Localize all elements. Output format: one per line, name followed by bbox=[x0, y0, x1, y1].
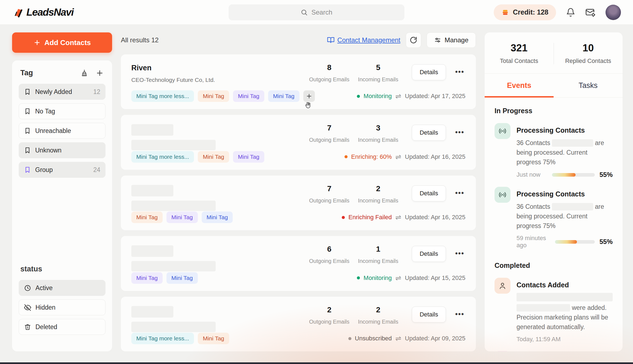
user-avatar[interactable] bbox=[606, 5, 621, 20]
bookmark-icon bbox=[24, 127, 31, 134]
inline-skeleton bbox=[552, 139, 593, 147]
mini-tag-pill[interactable]: Mini Tag bbox=[131, 212, 163, 223]
sidebar-item-tag-no-tag[interactable]: No Tag bbox=[19, 103, 106, 119]
status-list: ActiveHiddenDeleted bbox=[19, 280, 106, 335]
details-button[interactable]: Details bbox=[412, 307, 446, 323]
search-input[interactable]: Search bbox=[229, 4, 404, 20]
details-button[interactable]: Details bbox=[412, 125, 446, 141]
outgoing-count: 8 bbox=[305, 63, 354, 72]
mini-tag-pill[interactable]: Mini Tag bbox=[198, 90, 229, 102]
contact-card: 7Outgoing Emails3Incoming EmailsDetails•… bbox=[121, 115, 476, 170]
contact-card-list: RivenCEO-Technology Future Co, Ltd.8Outg… bbox=[121, 54, 476, 351]
logo-icon bbox=[12, 7, 24, 18]
event-body: 36 Contacts are being processed. Current… bbox=[517, 138, 613, 167]
progress-fill bbox=[555, 240, 577, 244]
sliders-icon bbox=[434, 37, 441, 44]
tag-list: Newly Added12No TagUnreachableUnknownGro… bbox=[19, 84, 106, 178]
incoming-label: Incoming Emails bbox=[354, 137, 402, 143]
contact-management-link[interactable]: Contact Management bbox=[327, 36, 400, 44]
status-item-label: Deleted bbox=[35, 323, 57, 331]
eye-off-icon bbox=[495, 351, 510, 351]
credit-badge[interactable]: Credit: 128 bbox=[494, 4, 556, 20]
mini-tag-pill[interactable]: Mini Tag bbox=[233, 90, 264, 102]
more-actions-button[interactable]: ••• bbox=[454, 63, 465, 76]
sync-arrows-icon: ⇌ bbox=[395, 153, 401, 160]
sidebar-item-status-active[interactable]: Active bbox=[19, 280, 106, 296]
app-logo: LeadsNavi bbox=[12, 7, 74, 18]
more-actions-button[interactable]: ••• bbox=[454, 123, 465, 137]
contact-identity: RivenCEO-Technology Future Co, Ltd. bbox=[131, 63, 305, 83]
sidebar-item-tag-group[interactable]: Group24 bbox=[19, 162, 106, 178]
progress-percent: 55% bbox=[599, 171, 613, 179]
left-sidebar: Add Contacts Tag Newly Added12 bbox=[12, 32, 112, 351]
outgoing-count: 6 bbox=[305, 245, 354, 254]
mini-tag-pill[interactable]: Mini Tag more less... bbox=[131, 90, 194, 102]
mini-tag-pill[interactable]: Mini Tag bbox=[198, 151, 229, 163]
event-time: 59 minutes ago bbox=[517, 235, 555, 249]
more-actions-button[interactable]: ••• bbox=[454, 305, 465, 318]
sidebar-item-status-hidden[interactable]: Hidden bbox=[19, 299, 106, 315]
contact-identity bbox=[131, 305, 305, 332]
mini-tag-pill[interactable]: Mini Tag bbox=[268, 90, 299, 102]
more-actions-button[interactable]: ••• bbox=[454, 184, 465, 197]
mini-tag-pill[interactable]: Mini Tag more less... bbox=[131, 333, 194, 344]
event-in-progress: Processing Contacts36 Contacts are being… bbox=[495, 123, 613, 179]
tag-section-title: Tag bbox=[20, 69, 33, 77]
card-status-row: Enriching: 60%⇌Updated: Apr 16, 2025 bbox=[345, 153, 465, 160]
subtitle-skeleton bbox=[131, 140, 216, 150]
clock-icon bbox=[24, 284, 31, 292]
top-bar: LeadsNavi Search Credit: 128 bbox=[0, 0, 633, 25]
bookmark-icon bbox=[24, 108, 31, 115]
tab-events[interactable]: Events bbox=[485, 74, 554, 97]
add-tag-icon[interactable] bbox=[96, 69, 104, 77]
manage-button[interactable]: Manage bbox=[427, 32, 476, 48]
mini-tag-pill[interactable]: Mini Tag bbox=[131, 272, 163, 284]
tag-item-count: 12 bbox=[93, 88, 100, 96]
contact-subtitle: CEO-Technology Future Co, Ltd. bbox=[131, 77, 305, 83]
mini-tag-pill[interactable]: Mini Tag bbox=[166, 212, 198, 223]
details-button[interactable]: Details bbox=[412, 64, 446, 80]
add-tag-pill-button[interactable] bbox=[303, 90, 315, 102]
notifications-bell-icon[interactable] bbox=[566, 8, 575, 17]
details-button[interactable]: Details bbox=[412, 185, 446, 201]
status-label: Monitoring bbox=[363, 93, 392, 100]
outgoing-count: 2 bbox=[305, 305, 354, 314]
mini-tag-pill[interactable]: Mini Tag bbox=[202, 212, 233, 223]
clear-filter-broom-icon[interactable] bbox=[80, 69, 88, 77]
name-skeleton bbox=[131, 185, 173, 196]
status-section-title: status bbox=[20, 265, 42, 273]
mini-tag-pill[interactable]: Mini Tag more less... bbox=[131, 151, 194, 163]
incoming-count: 3 bbox=[354, 124, 402, 132]
sidebar-item-status-deleted[interactable]: Deleted bbox=[19, 319, 106, 335]
details-button[interactable]: Details bbox=[412, 246, 446, 262]
sidebar-item-tag-unreachable[interactable]: Unreachable bbox=[19, 123, 106, 139]
contact-identity bbox=[131, 244, 305, 271]
replied-contacts-stat: 10 Replied Contacts bbox=[554, 42, 623, 65]
refresh-button[interactable] bbox=[406, 32, 421, 48]
outgoing-emails-stat: 8Outgoing Emails bbox=[305, 63, 354, 83]
subtitle-skeleton bbox=[131, 201, 216, 211]
incoming-emails-stat: 2Incoming Emails bbox=[354, 184, 402, 204]
mail-settings-icon[interactable] bbox=[585, 7, 596, 18]
progress-bar bbox=[552, 173, 595, 177]
results-toolbar: All results 12 Contact Management bbox=[121, 32, 476, 48]
mini-tag-pill[interactable]: Mini Tag bbox=[198, 333, 229, 344]
user-icon bbox=[495, 278, 510, 294]
tag-item-label: Newly Added bbox=[35, 88, 72, 96]
contact-identity bbox=[131, 123, 305, 150]
mini-tag-pill[interactable]: Mini Tag bbox=[166, 272, 198, 284]
status-dot bbox=[357, 276, 360, 279]
activity-tabs: EventsTasks bbox=[485, 74, 623, 98]
event-body: were added. Precision marketing plans wi… bbox=[517, 293, 613, 332]
broadcast-icon bbox=[495, 187, 510, 203]
mouse-cursor bbox=[304, 101, 313, 110]
sidebar-item-tag-unknown[interactable]: Unknown bbox=[19, 142, 106, 158]
search-icon bbox=[301, 9, 308, 16]
add-contacts-button[interactable]: Add Contacts bbox=[12, 32, 112, 53]
status-label: Enriching Failed bbox=[348, 214, 392, 221]
completed-header: Completed bbox=[495, 262, 613, 269]
tab-tasks[interactable]: Tasks bbox=[554, 74, 623, 97]
more-actions-button[interactable]: ••• bbox=[454, 244, 465, 258]
sidebar-item-tag-newly-added[interactable]: Newly Added12 bbox=[19, 84, 106, 100]
mini-tag-pill[interactable]: Mini Tag bbox=[233, 151, 264, 163]
